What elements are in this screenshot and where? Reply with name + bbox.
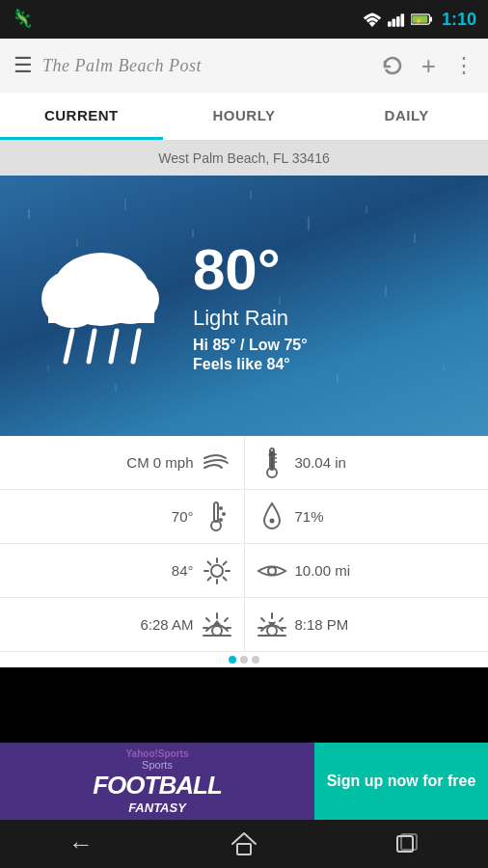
humidity-cell: 71% — [244, 490, 489, 543]
visibility-value: 10.00 mi — [295, 562, 351, 579]
svg-rect-3 — [400, 14, 404, 27]
sunrise-cell: 6:28 AM — [0, 598, 244, 651]
svg-line-35 — [207, 577, 210, 580]
wind-value: CM 0 mph — [126, 454, 193, 471]
clock: 1:10 — [442, 10, 476, 30]
svg-line-47 — [280, 618, 283, 621]
feels-like-text: Feels like 84° — [193, 356, 459, 373]
svg-point-23 — [219, 506, 223, 510]
hi-low-text: Hi 85° / Low 75° — [193, 337, 459, 354]
wifi-icon — [363, 13, 382, 27]
nav-bar: ← — [0, 820, 488, 868]
sunset-cell: 8:18 PM — [244, 598, 489, 651]
visibility-cell: 10.00 mi — [244, 544, 489, 597]
refresh-icon[interactable] — [381, 54, 404, 77]
dot-2 — [240, 656, 248, 664]
svg-point-37 — [212, 626, 222, 636]
heatindex-visibility-row: 84° 10.00 mi — [0, 544, 488, 598]
barometer-icon — [257, 447, 287, 479]
dewpoint-icon — [202, 501, 232, 533]
dot-3 — [252, 656, 259, 664]
hamburger-menu-icon[interactable]: ☰ — [14, 53, 33, 78]
tab-hourly[interactable]: HOURLY — [163, 93, 326, 140]
location-text: West Palm Beach, FL 33416 — [158, 150, 329, 166]
svg-rect-11 — [48, 299, 154, 323]
sunrise-icon — [202, 611, 232, 638]
ad-cta-text: Sign up now for free — [327, 772, 476, 792]
ad-left: Yahoo!Sports Sports FOOTBALL FANTASY — [0, 743, 314, 820]
svg-rect-51 — [237, 844, 251, 854]
dewpoint-humidity-row: 70° 71% — [0, 490, 488, 544]
svg-point-26 — [269, 518, 274, 523]
svg-line-46 — [261, 618, 264, 621]
svg-line-40 — [225, 618, 228, 621]
weather-icon-container — [29, 227, 183, 385]
dot-1 — [229, 656, 236, 664]
svg-point-27 — [211, 565, 223, 577]
svg-point-36 — [268, 567, 276, 575]
svg-line-13 — [89, 331, 95, 362]
svg-rect-2 — [396, 15, 400, 26]
sun-icon — [202, 556, 232, 585]
weather-hero: 80° Light Rain Hi 85° / Low 75° Feels li… — [0, 176, 488, 436]
pressure-value: 30.04 in — [295, 454, 346, 471]
tab-daily[interactable]: DAILY — [325, 93, 488, 140]
condition-text: Light Rain — [193, 306, 459, 331]
weather-info: 80° Light Rain Hi 85° / Low 75° Feels li… — [183, 238, 459, 373]
svg-line-14 — [111, 331, 117, 362]
data-section: CM 0 mph 30.04 in — [0, 436, 488, 667]
svg-line-39 — [206, 618, 209, 621]
recents-button[interactable] — [394, 831, 420, 856]
ad-yahoo-label: Yahoo!Sports — [125, 748, 188, 759]
ad-banner[interactable]: Yahoo!Sports Sports FOOTBALL FANTASY Sig… — [0, 743, 488, 820]
ad-cta-area[interactable]: Sign up now for free — [314, 743, 488, 820]
svg-text:⚡: ⚡ — [415, 16, 423, 25]
add-location-icon[interactable]: + — [421, 51, 436, 81]
sunrise-value: 6:28 AM — [140, 616, 193, 633]
location-bar: West Palm Beach, FL 33416 — [0, 141, 488, 176]
app-title: The Palm Beach Post — [42, 56, 364, 76]
svg-line-15 — [133, 331, 139, 362]
svg-rect-0 — [388, 21, 392, 26]
home-button[interactable] — [230, 830, 258, 857]
svg-line-32 — [207, 561, 210, 564]
heatindex-cell: 84° — [0, 544, 244, 597]
rain-cloud-icon — [29, 227, 174, 381]
sunset-icon — [257, 611, 287, 638]
svg-rect-1 — [392, 18, 395, 26]
pressure-cell: 30.04 in — [244, 436, 489, 489]
wind-cell: CM 0 mph — [0, 436, 244, 489]
ad-sports-label: Sports — [142, 759, 173, 771]
svg-point-44 — [267, 626, 277, 636]
notification-icon: 🦎 — [12, 8, 33, 29]
back-button[interactable]: ← — [68, 829, 94, 859]
wind-icon — [202, 450, 232, 475]
tab-current[interactable]: CURRENT — [0, 93, 163, 140]
visibility-icon — [257, 560, 287, 582]
top-bar: ☰ The Palm Beach Post + ⋮ — [0, 39, 488, 93]
dewpoint-value: 70° — [172, 508, 194, 525]
svg-point-24 — [222, 512, 226, 516]
battery-icon: ⚡ — [411, 13, 432, 26]
status-bar: 🦎 ⚡ 1:10 — [0, 0, 488, 39]
svg-line-12 — [66, 331, 72, 362]
tab-bar: CURRENT HOURLY DAILY — [0, 93, 488, 141]
more-options-icon[interactable]: ⋮ — [453, 53, 474, 78]
ad-title: FOOTBALL — [93, 771, 222, 800]
sunrise-sunset-row: 6:28 AM — [0, 598, 488, 652]
svg-line-33 — [223, 577, 226, 580]
scroll-indicator — [0, 652, 488, 667]
svg-line-34 — [223, 561, 226, 564]
wind-pressure-row: CM 0 mph 30.04 in — [0, 436, 488, 490]
sunset-value: 8:18 PM — [295, 616, 349, 633]
humidity-icon — [257, 502, 287, 532]
dewpoint-cell: 70° — [0, 490, 244, 543]
svg-rect-21 — [214, 502, 218, 522]
ad-subtitle: FANTASY — [128, 800, 186, 815]
heatindex-value: 84° — [172, 562, 194, 579]
signal-icon — [388, 13, 405, 27]
temperature-display: 80° — [193, 238, 459, 302]
svg-rect-5 — [430, 16, 432, 21]
svg-point-25 — [219, 518, 223, 522]
humidity-value: 71% — [295, 508, 324, 525]
